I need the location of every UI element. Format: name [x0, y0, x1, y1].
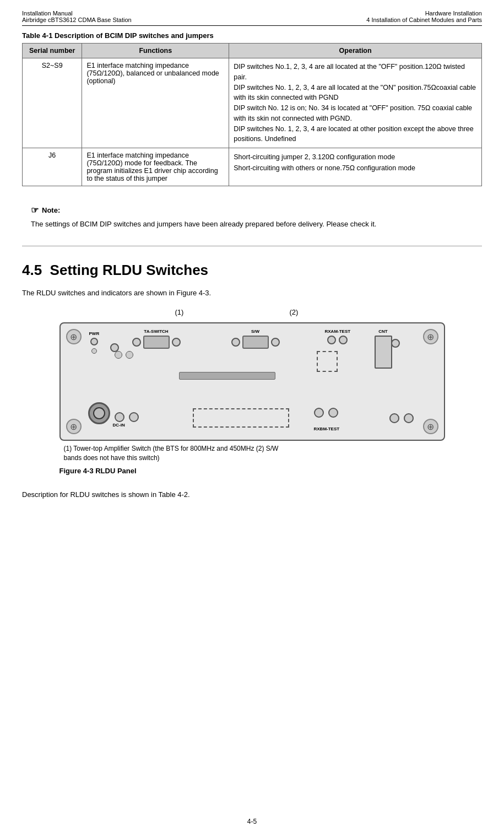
page-footer: 4-5: [0, 818, 504, 825]
dc-in-knob: [88, 402, 110, 424]
bottom-left-circles: [115, 412, 139, 422]
screw-top-left: ⊕: [66, 329, 82, 344]
ta-circle-right: [172, 338, 181, 347]
col-serial: Serial number: [23, 44, 82, 58]
top-right-circles: [391, 339, 400, 348]
note-text: The settings of BCIM DIP switches and ju…: [31, 219, 473, 230]
center-bar: [179, 372, 275, 380]
ta-switch-label: TA-SWITCH: [144, 329, 168, 334]
callout-2: (2): [290, 308, 299, 316]
dashed-rect: [193, 408, 289, 428]
cell-serial-1: S2~S9: [23, 58, 82, 148]
cell-functions-1: E1 interface matching impedance (75Ω/120…: [82, 58, 229, 148]
screw-top-right: ⊕: [423, 329, 438, 344]
table-caption: Table 4-1 Description of BCIM DIP switch…: [22, 31, 482, 40]
dotted-square: [317, 351, 338, 372]
page-number: 4-5: [247, 818, 257, 825]
callout-row: (1) (2): [59, 308, 445, 321]
section-intro: The RLDU switches and indicators are sho…: [22, 288, 482, 299]
rldu-panel: ⊕ ⊕ ⊕ ⊕ PWR TA-SWITCH: [59, 322, 445, 441]
figure-wrapper: (1) (2) ⊕ ⊕ ⊕ ⊕ PWR TA-SWITCH: [22, 308, 482, 476]
rxam-area: RXAM-TEST: [325, 329, 351, 344]
screw-bottom-right: ⊕: [423, 419, 438, 434]
sw-circle-left: [231, 338, 240, 347]
screw-bottom-left: ⊕: [66, 419, 82, 434]
ta-switch-area: TA-SWITCH: [132, 329, 181, 349]
ta-switch-rect: [143, 336, 170, 349]
cnt-label: CNT: [378, 329, 387, 334]
cnt-area: CNT: [375, 329, 392, 369]
section-heading: 4.5 Setting RLDU Switches: [22, 262, 482, 279]
table-row: J6 E1 interface matching impedance (75Ω/…: [23, 148, 482, 186]
left-circles-row: [115, 351, 133, 359]
cnt-jumper-block: [375, 336, 392, 369]
rxbm-label: RXBM-TEST: [314, 426, 340, 431]
cell-operation-2: Short-circuiting jumper 2, 3.120Ω config…: [229, 148, 482, 186]
col-operation: Operation: [229, 44, 482, 58]
callout-1: (1): [175, 308, 184, 316]
section-divider: [22, 246, 482, 246]
bcim-table: Serial number Functions Operation S2~S9 …: [22, 43, 482, 186]
cell-functions-2: E1 interface matching impedance (75Ω/120…: [82, 148, 229, 186]
table-row: S2~S9 E1 interface matching impedance (7…: [23, 58, 482, 148]
page-header: Installation Manual Airbridge cBTS3612 C…: [22, 10, 482, 26]
pwr-small: [91, 348, 97, 354]
bottom-description: Description for RLDU switches is shown i…: [22, 489, 482, 500]
note-label: ☞ Note:: [31, 205, 473, 215]
col-functions: Functions: [82, 44, 229, 58]
header-left: Installation Manual Airbridge cBTS3612 C…: [22, 10, 132, 23]
pwr-label: PWR: [89, 331, 100, 336]
header-right: Hardware Installation 4 Installation of …: [366, 10, 482, 23]
dc-in-area: [88, 402, 110, 424]
rxbm-circles: [314, 408, 338, 418]
ta-circle-left: [132, 338, 141, 347]
cell-operation-1: DIP switches No.1, 2, 3, 4 are all locat…: [229, 58, 482, 148]
figure-caption-text: (1) Tower-top Amplifier Switch (the BTS …: [59, 444, 445, 463]
note-icon: ☞: [31, 205, 39, 215]
figure-caption-area: (1) Tower-top Amplifier Switch (the BTS …: [59, 444, 445, 476]
dcin-label: DC-IN: [113, 423, 125, 428]
sw-circle-right: [271, 338, 280, 347]
rxam-label: RXAM-TEST: [325, 329, 351, 334]
pwr-indicator: [90, 338, 98, 345]
figure-caption-label: Figure 4-3 RLDU Panel: [59, 466, 445, 476]
pwr-area: PWR: [89, 331, 100, 354]
cell-serial-2: J6: [23, 148, 82, 186]
sw-area: S/W: [231, 329, 280, 349]
bottom-right-circles: [389, 413, 414, 423]
sw-switch-rect: [242, 336, 269, 349]
sw-label: S/W: [251, 329, 259, 334]
note-section: ☞ Note: The settings of BCIM DIP switche…: [22, 199, 482, 236]
